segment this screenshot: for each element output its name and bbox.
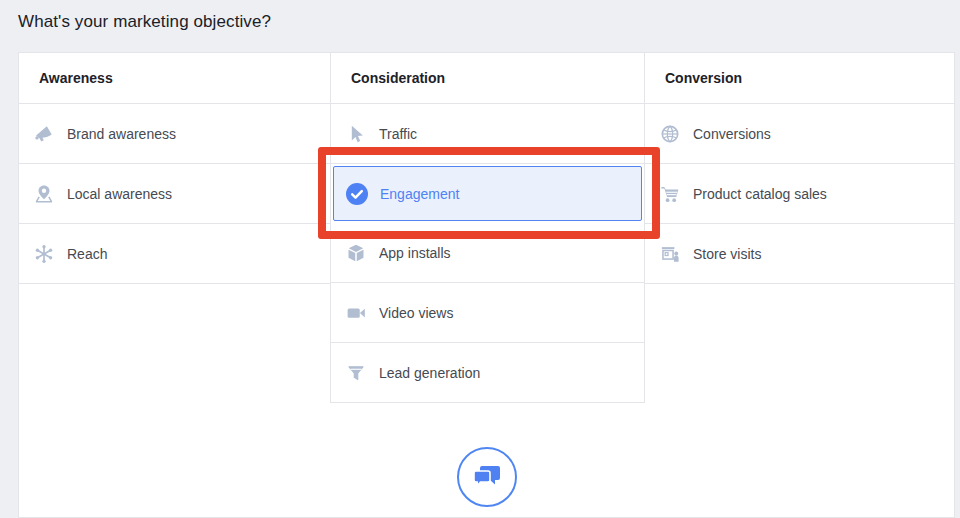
objective-app-installs[interactable]: App installs [331,223,644,283]
objective-store-visits[interactable]: Store visits [645,224,954,284]
objective-conversions[interactable]: Conversions [645,104,954,164]
column-consideration: ConsiderationTrafficEngagementApp instal… [330,53,645,403]
video-camera-icon [343,300,369,326]
map-pin-icon [31,181,57,207]
objective-label: Lead generation [379,365,480,381]
objective-label: Reach [67,246,107,262]
funnel-icon [343,360,369,386]
shopping-cart-icon [657,181,683,207]
column-header-consideration: Consideration [331,53,644,104]
objective-local-awareness[interactable]: Local awareness [19,164,330,224]
objective-label: Brand awareness [67,126,176,142]
chat-bubbles-icon [472,464,502,490]
objective-label: Engagement [380,186,459,202]
cursor-icon [343,121,369,147]
objective-label: Video views [379,305,453,321]
objective-video-views[interactable]: Video views [331,283,644,343]
check-circle-icon [344,181,370,207]
storefront-icon [657,241,683,267]
column-conversion: ConversionConversionsProduct catalog sal… [645,53,954,284]
objective-lead-generation[interactable]: Lead generation [331,343,644,403]
cube-icon [343,240,369,266]
page-title: What's your marketing objective? [18,12,271,32]
objective-brand-awareness[interactable]: Brand awareness [19,104,330,164]
reach-network-icon [31,241,57,267]
objective-product-catalog-sales[interactable]: Product catalog sales [645,164,954,224]
objective-label: Traffic [379,126,417,142]
objective-label: Product catalog sales [693,186,827,202]
objective-label: App installs [379,245,451,261]
objective-label: Conversions [693,126,771,142]
megaphone-icon [31,121,57,147]
objective-panel: AwarenessBrand awarenessLocal awarenessR… [18,52,955,518]
objective-engagement[interactable]: Engagement [333,166,642,221]
help-chat-button[interactable] [457,447,517,507]
objective-grid: AwarenessBrand awarenessLocal awarenessR… [19,53,954,403]
column-header-conversion: Conversion [645,53,954,104]
column-awareness: AwarenessBrand awarenessLocal awarenessR… [19,53,330,284]
globe-icon [657,121,683,147]
objective-reach[interactable]: Reach [19,224,330,284]
objective-label: Local awareness [67,186,172,202]
objective-traffic[interactable]: Traffic [331,104,644,164]
column-header-awareness: Awareness [19,53,330,104]
objective-label: Store visits [693,246,761,262]
